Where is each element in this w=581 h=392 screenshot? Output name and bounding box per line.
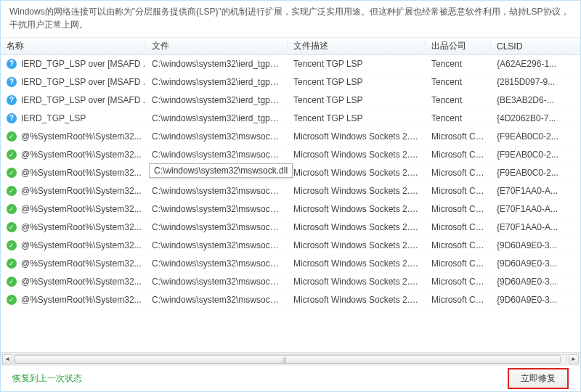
cell-company: Microsoft Cor... [426,150,491,160]
table-row[interactable]: ?IERD_TGP_LSPC:\windows\system32\ierd_tg… [1,110,580,128]
cell-name: IERD_TGP_LSP over [MSAFD ... [21,77,146,87]
cell-file: C:\windows\system32\mswsock.... [146,277,288,287]
cell-name: @%SystemRoot%\System32... [21,277,142,287]
table-row[interactable]: ✓@%SystemRoot%\System32...C:\windows\sys… [1,255,580,273]
table-row[interactable]: ✓@%SystemRoot%\System32...C:\windows\sys… [1,273,580,291]
cell-clsid: {9D60A9E0-3... [491,240,580,250]
cell-company: Tencent [426,95,491,105]
cell-clsid: {F9EAB0C0-2... [491,131,580,142]
cell-file: C:\windows\system32\mswsock.... [146,222,288,232]
restore-link[interactable]: 恢复到上一次状态 [12,372,82,385]
table-row[interactable]: ✓@%SystemRoot%\System32...C:\windows\sys… [1,146,580,164]
cell-file: C:\windows\system32\mswsock.... [146,168,288,178]
cell-file: C:\windows\system32\mswsock.... [146,204,288,214]
cell-name: @%SystemRoot%\System32... [21,222,142,232]
col-header-name[interactable]: 名称 [1,40,146,52]
footer: 恢复到上一次状态 立即修复 [1,365,580,391]
table-row[interactable]: ✓@%SystemRoot%\System32...C:\windows\sys… [1,182,580,200]
table-row[interactable]: ✓@%SystemRoot%\System32...C:\windows\sys… [1,200,580,219]
cell-filedesc: Tencent TGP LSP [288,113,426,123]
cell-filedesc: Tencent TGP LSP [288,95,426,105]
ok-icon: ✓ [7,258,17,269]
scroll-thumb[interactable] [15,355,561,364]
app-window: Windows的网络连接可以由称为"分层服务提供商(LSP)"的机制进行扩展，实… [0,0,581,392]
cell-clsid: {E70F1AA0-A... [491,222,580,232]
cell-filedesc: Microsoft Windows Sockets 2.0... [288,295,426,305]
ok-icon: ✓ [7,240,17,250]
cell-name: IERD_TGP_LSP over [MSAFD ... [21,59,146,69]
cell-name: @%SystemRoot%\System32... [21,258,142,269]
cell-filedesc: Microsoft Windows Sockets 2.0... [288,204,426,214]
table-row[interactable]: ✓@%SystemRoot%\System32...C:\windows\sys… [1,164,580,182]
cell-clsid: {2815D097-9... [491,77,580,87]
ok-icon: ✓ [7,295,17,305]
cell-file: C:\windows\system32\ierd_tgp_l... [146,77,288,87]
cell-company: Microsoft Cor... [426,240,491,250]
cell-clsid: {BE3AB2D6-... [491,95,580,105]
cell-filedesc: Microsoft Windows Sockets 2.0... [288,150,426,160]
cell-filedesc: Microsoft Windows Sockets 2.0... [288,240,426,250]
cell-filedesc: Microsoft Windows Sockets 2.0... [288,186,426,196]
cell-company: Microsoft Cor... [426,204,491,214]
ok-icon: ✓ [7,131,17,142]
scroll-track[interactable] [14,354,567,364]
cell-filedesc: Tencent TGP LSP [288,77,426,87]
cell-clsid: {9D60A9E0-3... [491,277,580,287]
cell-company: Microsoft Cor... [426,186,491,196]
cell-filedesc: Microsoft Windows Sockets 2.0... [288,258,426,269]
cell-name: @%SystemRoot%\System32... [21,240,142,250]
table-row[interactable]: ✓@%SystemRoot%\System32...C:\windows\sys… [1,237,580,255]
description-text: Windows的网络连接可以由称为"分层服务提供商(LSP)"的机制进行扩展，实… [1,1,580,38]
cell-company: Tencent [426,113,491,123]
cell-company: Microsoft Cor... [426,277,491,287]
table-row[interactable]: ✓@%SystemRoot%\System32...C:\windows\sys… [1,128,580,146]
unknown-icon: ? [7,59,17,69]
cell-filedesc: Microsoft Windows Sockets 2.0... [288,131,426,142]
cell-company: Tencent [426,59,491,69]
table-row[interactable]: ✓@%SystemRoot%\System32...C:\windows\sys… [1,219,580,237]
cell-clsid: {F9EAB0C0-2... [491,150,580,160]
scroll-right-button[interactable]: ► [569,354,579,364]
repair-button[interactable]: 立即修复 [508,368,569,389]
cell-filedesc: Microsoft Windows Sockets 2.0... [288,168,426,178]
table-row[interactable]: ?IERD_TGP_LSP over [MSAFD ...C:\windows\… [1,91,580,110]
cell-file: C:\windows\system32\ierd_tgp_l... [146,95,288,105]
cell-company: Microsoft Cor... [426,222,491,232]
cell-name: @%SystemRoot%\System32... [21,150,142,160]
cell-company: Microsoft Cor... [426,258,491,269]
cell-name: @%SystemRoot%\System32... [21,295,142,305]
cell-file: C:\windows\system32\mswsock.... [146,150,288,160]
col-header-clsid[interactable]: CLSID [491,41,580,52]
cell-file: C:\windows\system32\ierd_tgp_l... [146,113,288,123]
col-header-file[interactable]: 文件 [146,40,288,52]
cell-clsid: {4D2062B0-7... [491,113,580,123]
cell-filedesc: Microsoft Windows Sockets 2.0... [288,222,426,232]
ok-icon: ✓ [7,168,17,178]
cell-clsid: {E70F1AA0-A... [491,186,580,196]
cell-name: IERD_TGP_LSP [21,113,86,123]
cell-company: Tencent [426,77,491,87]
unknown-icon: ? [7,95,17,105]
cell-name: @%SystemRoot%\System32... [21,168,142,178]
cell-file: C:\windows\system32\mswsock.... [146,186,288,196]
unknown-icon: ? [7,77,17,87]
ok-icon: ✓ [7,186,17,196]
cell-name: @%SystemRoot%\System32... [21,186,142,196]
scroll-left-button[interactable]: ◄ [2,354,12,364]
horizontal-scrollbar[interactable]: ◄ ► [1,352,580,365]
cell-company: Microsoft Cor... [426,168,491,178]
cell-file: C:\windows\system32\mswsock.... [146,240,288,250]
table-row[interactable]: ?IERD_TGP_LSP over [MSAFD ...C:\windows\… [1,55,580,73]
cell-company: Microsoft Cor... [426,295,491,305]
cell-clsid: {F9EAB0C0-2... [491,168,580,178]
cell-clsid: {9D60A9E0-3... [491,295,580,305]
cell-file: C:\windows\system32\mswsock.... [146,131,288,142]
ok-icon: ✓ [7,277,17,287]
table-row[interactable]: ?IERD_TGP_LSP over [MSAFD ...C:\windows\… [1,73,580,91]
cell-name: IERD_TGP_LSP over [MSAFD ... [21,95,146,105]
table-row[interactable]: ✓@%SystemRoot%\System32...C:\windows\sys… [1,291,580,309]
cell-company: Microsoft Cor... [426,131,491,142]
col-header-filedesc[interactable]: 文件描述 [288,40,426,52]
cell-name: @%SystemRoot%\System32... [21,131,142,142]
col-header-company[interactable]: 出品公司 [426,40,491,52]
